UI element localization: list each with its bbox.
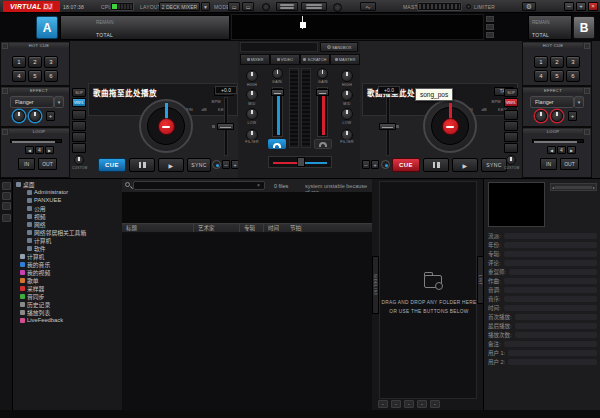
hotcue-pad-button[interactable]: 2 xyxy=(28,56,42,68)
tree-item[interactable]: LiveFeedback xyxy=(13,316,122,324)
wave-zoom-button-2[interactable] xyxy=(486,24,494,30)
column-header[interactable]: 专辑 xyxy=(240,224,264,232)
waveform-view-button[interactable]: 〜 xyxy=(360,2,376,11)
field-value[interactable] xyxy=(504,242,597,248)
loop-length-slider[interactable] xyxy=(532,139,584,143)
deck-a-jog-wheel[interactable] xyxy=(139,99,193,153)
hotcue-pad-button[interactable]: 5 xyxy=(550,70,564,82)
search-input[interactable] xyxy=(133,181,265,190)
deck-b-badge[interactable]: B xyxy=(573,16,595,39)
channel-fader-b-handle[interactable] xyxy=(316,89,329,96)
hotcue-pad-button[interactable]: 2 xyxy=(550,56,564,68)
browser-tool-button-2[interactable] xyxy=(2,192,11,200)
effect-knob-2[interactable] xyxy=(551,110,563,122)
side-panel-left-tab[interactable]: SIDELIST xyxy=(372,256,379,314)
hotcue-pad-button[interactable]: 1 xyxy=(534,56,548,68)
effect-knob-1[interactable] xyxy=(535,110,547,122)
clear-search-icon[interactable]: × xyxy=(257,182,260,188)
loop-length-slider[interactable] xyxy=(10,139,62,143)
deck-b-cue-button[interactable]: CUE xyxy=(392,158,420,172)
mixer-tab[interactable]: MIXER xyxy=(240,54,270,65)
hotcue-pad-button[interactable]: 3 xyxy=(44,56,58,68)
hotcue-pad-button[interactable]: 4 xyxy=(534,70,548,82)
field-value[interactable] xyxy=(508,350,597,356)
pad-slot-button[interactable] xyxy=(504,132,518,142)
field-value[interactable] xyxy=(515,332,597,338)
column-header[interactable]: 艺术家 xyxy=(194,224,240,232)
deck-b-pitch-plus-button[interactable]: + xyxy=(371,160,379,169)
loop-double-button[interactable]: ▶ xyxy=(567,146,576,154)
hotcue-pad-button[interactable]: 6 xyxy=(566,70,580,82)
field-value[interactable] xyxy=(515,314,597,320)
loop-in-button[interactable]: IN xyxy=(540,158,557,170)
minimize-button[interactable]: – xyxy=(564,2,574,11)
gain-knob-b[interactable] xyxy=(317,68,328,79)
deck-b-play-button[interactable]: ▶ xyxy=(452,158,478,172)
hotcue-pad-button[interactable]: 3 xyxy=(566,56,580,68)
close-button[interactable]: × xyxy=(588,2,598,11)
settings-gear-button[interactable]: ⚙ xyxy=(522,2,536,11)
scroll-right-icon[interactable]: ▸ xyxy=(593,185,595,190)
pfl-button-b[interactable] xyxy=(314,139,332,149)
browser-tool-button-1[interactable] xyxy=(2,182,11,190)
deck-b-master-indicator[interactable] xyxy=(381,160,390,169)
column-header[interactable]: 节拍 xyxy=(286,224,302,232)
mode-screen-button-2[interactable]: ▭ xyxy=(242,2,254,11)
tree-item[interactable]: 计算机 xyxy=(13,236,122,244)
tree-item[interactable]: Administrator xyxy=(13,188,122,196)
deck-a-stutter-button[interactable] xyxy=(129,158,155,172)
side-panel-button-1[interactable]: ▪ xyxy=(378,400,388,408)
field-value[interactable] xyxy=(504,296,597,302)
slip-button[interactable]: SLIP xyxy=(72,88,86,97)
pad-slot-button[interactable] xyxy=(504,121,518,131)
field-value[interactable] xyxy=(504,341,597,347)
broadcast-button[interactable] xyxy=(333,3,342,12)
field-value[interactable] xyxy=(504,233,597,239)
tree-item[interactable]: PANXUEE xyxy=(13,196,122,204)
mixer-tab[interactable]: VIDEO xyxy=(270,54,300,65)
effect-select[interactable]: Flanger xyxy=(530,96,574,108)
tree-item[interactable]: 桌面 xyxy=(13,180,122,188)
effect-dropdown-arrow[interactable]: ▾ xyxy=(574,96,584,108)
loop-out-button[interactable]: OUT xyxy=(560,158,579,170)
info-panel-scroller[interactable]: ◂▸ xyxy=(550,183,597,191)
eq-high-knob-b[interactable] xyxy=(341,70,353,82)
layout-select[interactable]: 2 DECK MIXER xyxy=(159,2,200,11)
deck-b-pitch-handle[interactable] xyxy=(379,123,396,130)
section-menu-icon[interactable] xyxy=(2,88,8,94)
side-panel-right-tab[interactable]: LIST xyxy=(477,256,484,304)
field-value[interactable] xyxy=(504,278,597,284)
pfl-button-a[interactable] xyxy=(268,139,286,149)
effect-dropdown-arrow[interactable]: ▾ xyxy=(54,96,64,108)
deck-a-pitch-minus-button[interactable]: – xyxy=(222,160,230,169)
loop-double-button[interactable]: ▶ xyxy=(45,146,54,154)
sandbox-button[interactable]: ⚙ SANDBOX xyxy=(320,42,358,52)
browser-tool-button-3[interactable] xyxy=(2,202,11,210)
tree-item[interactable]: 视频 xyxy=(13,212,122,220)
mixer-tab[interactable]: MASTER xyxy=(330,54,360,65)
field-value[interactable] xyxy=(504,305,597,311)
crossfader-handle[interactable] xyxy=(297,157,305,167)
mixer-tab[interactable]: SCRATCH xyxy=(300,54,330,65)
effect-knob-2[interactable] xyxy=(29,110,41,122)
album-art[interactable] xyxy=(488,182,545,227)
deck-a-master-indicator[interactable] xyxy=(212,160,221,169)
tree-item[interactable]: 播放列表 xyxy=(13,308,122,316)
layout-filter-button[interactable]: ▼ xyxy=(201,2,210,11)
eq-high-knob-a[interactable] xyxy=(246,70,258,82)
deck-a-badge[interactable]: A xyxy=(36,16,58,39)
deck-b-pitch-minus-button[interactable]: – xyxy=(362,160,370,169)
loop-half-button[interactable]: ◀ xyxy=(547,146,556,154)
side-panel-button-3[interactable]: ▪ xyxy=(404,400,414,408)
deck-a-play-button[interactable]: ▶ xyxy=(158,158,184,172)
channel-fader-a-handle[interactable] xyxy=(271,89,284,96)
field-value[interactable] xyxy=(504,260,597,266)
custom-knob[interactable] xyxy=(506,155,516,165)
vinyl-button[interactable]: VINYL xyxy=(72,98,86,107)
crossfader-track[interactable] xyxy=(268,156,332,168)
section-menu-icon[interactable] xyxy=(2,129,8,135)
loop-half-button[interactable]: ◀ xyxy=(25,146,34,154)
field-value[interactable] xyxy=(509,269,597,275)
deck-a-sync-button[interactable]: SYNC xyxy=(187,158,211,172)
column-header[interactable]: 标题 xyxy=(122,224,194,232)
